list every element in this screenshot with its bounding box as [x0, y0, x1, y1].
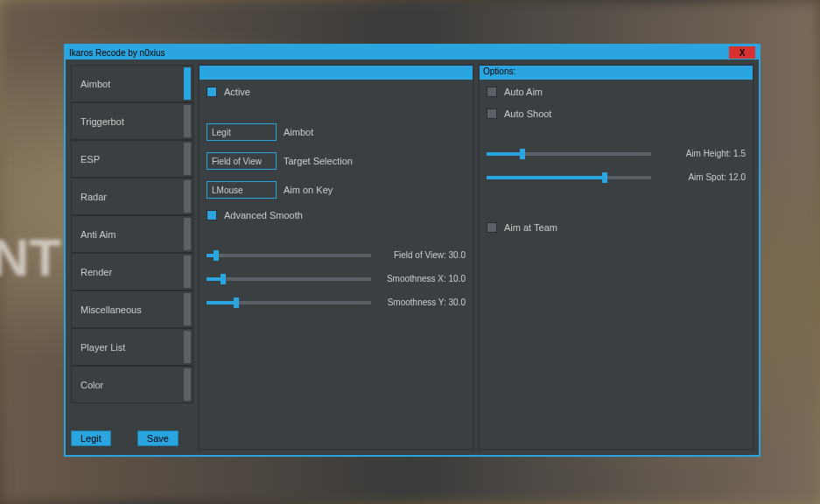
right-slider-1[interactable]: Aim Spot: 12.0: [487, 172, 746, 182]
slider-fill: [487, 176, 605, 179]
aimbot-mode-select[interactable]: Legit: [207, 123, 277, 141]
tab-handle: [184, 105, 191, 137]
slider-label: Aim Spot: 12.0: [658, 172, 746, 182]
slider-track[interactable]: [207, 254, 371, 257]
left-slider-1[interactable]: Smoothness X: 10.0: [207, 274, 466, 284]
window-title: Ikaros Recode by n0xius: [69, 48, 165, 58]
tab-radar[interactable]: Radar: [71, 178, 193, 215]
tab-handle: [184, 331, 191, 363]
target-selection-label: Target Selection: [284, 156, 353, 166]
tab-anti-aim[interactable]: Anti Aim: [71, 215, 193, 253]
slider-track[interactable]: [207, 301, 371, 304]
auto-aim-checkbox[interactable]: [487, 87, 497, 97]
close-button[interactable]: X: [729, 46, 755, 59]
aimbot-mode-label: Aimbot: [284, 127, 313, 137]
tab-esp[interactable]: ESP: [71, 140, 193, 178]
titlebar[interactable]: Ikaros Recode by n0xius X: [66, 46, 759, 60]
slider-thumb[interactable]: [221, 274, 226, 284]
tab-label: Triggerbot: [81, 116, 124, 127]
advanced-smooth-label: Advanced Smooth: [224, 210, 303, 220]
slider-thumb[interactable]: [602, 172, 607, 183]
tab-label: ESP: [81, 154, 100, 164]
aim-key-label: Aim on Key: [284, 185, 333, 195]
slider-label: Smoothness Y: 30.0: [378, 298, 466, 307]
tab-label: Radar: [81, 192, 107, 202]
right-column: Options: Auto Aim Auto Shoot Aim Height:…: [479, 65, 753, 450]
right-header: Options:: [480, 66, 753, 80]
left-column: Active Legit Aimbot Field of View Target…: [199, 65, 473, 450]
tab-render[interactable]: Render: [71, 253, 193, 290]
tab-handle: [184, 67, 191, 100]
slider-track[interactable]: [207, 277, 371, 281]
aim-team-checkbox[interactable]: [487, 222, 497, 233]
tab-color[interactable]: Color: [71, 366, 193, 403]
advanced-smooth-checkbox[interactable]: [207, 210, 217, 220]
slider-label: Smoothness X: 10.0: [378, 274, 466, 284]
tab-handle: [184, 368, 191, 401]
auto-aim-label: Auto Aim: [504, 87, 543, 97]
tab-aimbot[interactable]: Aimbot: [71, 65, 193, 102]
auto-shoot-checkbox[interactable]: [487, 108, 497, 119]
slider-thumb[interactable]: [520, 149, 525, 159]
slider-label: Field of View: 30.0: [378, 250, 466, 260]
tab-label: Aimbot: [81, 79, 110, 89]
slider-fill: [487, 152, 522, 156]
legit-button[interactable]: Legit: [71, 430, 111, 446]
tab-label: Render: [81, 267, 112, 277]
left-slider-0[interactable]: Field of View: 30.0: [207, 250, 466, 260]
slider-thumb[interactable]: [214, 250, 219, 261]
save-button[interactable]: Save: [137, 430, 179, 446]
tab-miscellaneous[interactable]: Miscellaneous: [71, 290, 193, 328]
target-selection-select[interactable]: Field of View: [207, 152, 277, 170]
slider-fill: [207, 301, 236, 304]
aim-key-select[interactable]: LMouse: [207, 181, 277, 199]
active-label: Active: [224, 87, 250, 97]
auto-shoot-label: Auto Shoot: [504, 108, 551, 119]
slider-track[interactable]: [487, 152, 651, 156]
slider-track[interactable]: [487, 176, 651, 179]
app-window: Ikaros Recode by n0xius X AimbotTriggerb…: [64, 44, 760, 457]
tab-handle: [184, 293, 191, 326]
left-header: [200, 66, 473, 80]
right-slider-0[interactable]: Aim Height: 1.5: [487, 149, 746, 158]
tab-label: Color: [81, 380, 103, 390]
active-checkbox[interactable]: [207, 87, 217, 97]
tab-handle: [184, 143, 191, 175]
tab-triggerbot[interactable]: Triggerbot: [71, 102, 193, 140]
aim-team-label: Aim at Team: [504, 222, 557, 233]
tab-handle: [184, 256, 191, 288]
left-slider-2[interactable]: Smoothness Y: 30.0: [207, 298, 466, 307]
tab-handle: [184, 218, 191, 250]
tab-player-list[interactable]: Player List: [71, 328, 193, 366]
slider-thumb[interactable]: [234, 298, 239, 308]
slider-label: Aim Height: 1.5: [658, 149, 746, 158]
tab-handle: [184, 180, 191, 213]
sidebar: AimbotTriggerbotESPRadarAnti AimRenderMi…: [71, 65, 193, 450]
tab-label: Anti Aim: [81, 229, 116, 240]
tab-label: Player List: [81, 342, 125, 353]
tab-label: Miscellaneous: [81, 304, 142, 315]
